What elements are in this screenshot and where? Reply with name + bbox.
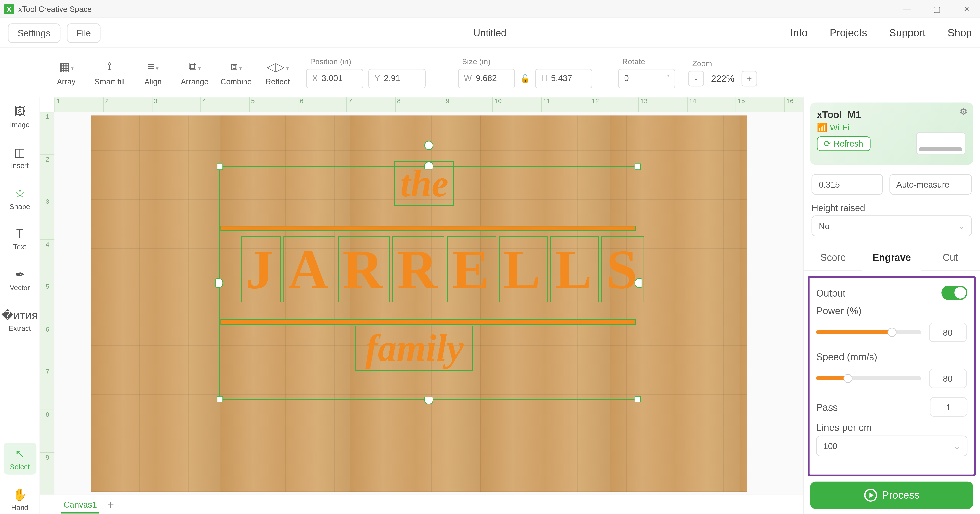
- resize-handle-se[interactable]: [635, 396, 641, 402]
- zoom-out-button[interactable]: -: [689, 70, 704, 86]
- extract-icon: �ития: [2, 308, 38, 322]
- array-icon: ▦: [59, 59, 74, 75]
- resize-handle-w[interactable]: [215, 278, 223, 287]
- ruler-horizontal: 12345678910111213141516: [54, 97, 803, 112]
- canvas[interactable]: the JARRELLS family: [54, 112, 803, 494]
- tool-reflect[interactable]: ◁▷ Reflect: [257, 59, 298, 86]
- insert-icon: ◫: [14, 145, 25, 160]
- power-value[interactable]: 80: [929, 322, 967, 342]
- pos-x-input[interactable]: X3.001: [306, 69, 363, 88]
- resize-handle-e[interactable]: [635, 278, 643, 287]
- rotate-block: Rotate 0°: [618, 57, 676, 88]
- tool-select[interactable]: ↖Select: [4, 443, 36, 474]
- resize-handle-s[interactable]: [424, 397, 433, 404]
- resize-handle-sw[interactable]: [216, 396, 223, 402]
- thickness-input[interactable]: 0.315: [812, 174, 883, 195]
- size-h-input[interactable]: H5.437: [535, 69, 592, 88]
- tool-array[interactable]: ▦ Array: [45, 59, 87, 86]
- maximize-icon[interactable]: [928, 4, 946, 13]
- tab-cut[interactable]: Cut: [921, 245, 980, 270]
- file-button[interactable]: File: [67, 23, 101, 42]
- output-label: Output: [816, 287, 845, 298]
- tool-align-label: Align: [145, 77, 162, 86]
- tool-array-label: Array: [57, 77, 75, 86]
- canvas-wrap: 12345678910111213141516 123456789 the JA…: [40, 97, 803, 514]
- zoom-value: 222%: [708, 73, 738, 83]
- pass-input[interactable]: 1: [930, 397, 967, 417]
- tool-reflect-label: Reflect: [266, 77, 290, 86]
- height-raised-select[interactable]: No: [812, 215, 972, 236]
- tool-image[interactable]: 🖼Image: [4, 101, 36, 132]
- tool-insert[interactable]: ◫Insert: [4, 141, 36, 173]
- device-settings-icon[interactable]: ⚙: [959, 106, 968, 117]
- nav-info[interactable]: Info: [791, 27, 808, 39]
- resize-handle-n[interactable]: [424, 161, 433, 169]
- power-label: Power (%): [816, 305, 967, 316]
- ruler-vertical: 123456789: [40, 112, 54, 494]
- device-name: xTool_M1: [817, 109, 967, 120]
- app-logo-icon: X: [4, 4, 14, 14]
- speed-slider[interactable]: [816, 377, 921, 380]
- play-icon: [864, 489, 877, 502]
- speed-value[interactable]: 80: [929, 369, 967, 388]
- tool-arrange-label: Arrange: [181, 77, 208, 86]
- wifi-icon: 📶: [817, 123, 827, 132]
- power-slider[interactable]: [816, 330, 921, 334]
- canvas-tab-1[interactable]: Canvas1: [61, 497, 99, 513]
- left-tool-rail: 🖼Image ◫Insert ☆Shape TText ✒Vector �ити…: [0, 97, 40, 514]
- tool-smartfill[interactable]: ⟟ Smart fill: [87, 59, 132, 86]
- nav-support[interactable]: Support: [889, 27, 925, 39]
- main-area: 🖼Image ◫Insert ☆Shape TText ✒Vector �ити…: [0, 97, 980, 514]
- combine-icon: ⧈: [231, 59, 242, 75]
- tool-hand[interactable]: ✋Hand: [4, 484, 36, 514]
- reflect-icon: ◁▷: [267, 59, 289, 75]
- mode-tabs: Score Engrave Cut: [804, 245, 980, 271]
- lines-label: Lines per cm: [816, 422, 967, 433]
- position-block: Position (in) X3.001 Y2.91: [306, 57, 426, 88]
- nav-projects[interactable]: Projects: [830, 27, 867, 39]
- close-icon[interactable]: [958, 4, 975, 13]
- output-toggle[interactable]: [941, 286, 967, 300]
- menubar: Settings File Untitled Info Projects Sup…: [0, 18, 980, 48]
- rotate-input[interactable]: 0°: [618, 69, 676, 88]
- settings-button[interactable]: Settings: [8, 23, 60, 42]
- resize-handle-nw[interactable]: [216, 163, 223, 170]
- tool-shape[interactable]: ☆Shape: [4, 182, 36, 214]
- zoom-label: Zoom: [689, 59, 757, 68]
- document-title: Untitled: [473, 27, 506, 38]
- tool-extract[interactable]: �итияExtract: [4, 305, 36, 336]
- app-title: xTool Creative Space: [18, 4, 92, 13]
- tool-vector[interactable]: ✒Vector: [4, 263, 36, 295]
- pos-y-input[interactable]: Y2.91: [369, 69, 426, 88]
- tool-align[interactable]: ≡ Align: [132, 59, 174, 86]
- text-icon: T: [16, 227, 23, 241]
- lock-aspect-icon[interactable]: 🔓: [520, 74, 530, 83]
- tool-text[interactable]: TText: [4, 223, 36, 254]
- nav-shop[interactable]: Shop: [948, 27, 972, 39]
- zoom-in-button[interactable]: +: [741, 70, 757, 86]
- speed-label: Speed (mm/s): [816, 351, 967, 362]
- refresh-icon: ⟳: [824, 139, 831, 149]
- tool-combine[interactable]: ⧈ Combine: [215, 59, 257, 86]
- lines-select[interactable]: 100: [816, 436, 967, 457]
- tool-arrange[interactable]: ⧉ Arrange: [174, 59, 215, 86]
- size-w-input[interactable]: W9.682: [458, 69, 515, 88]
- process-button[interactable]: Process: [810, 482, 973, 509]
- tab-score[interactable]: Score: [804, 245, 862, 270]
- minimize-icon[interactable]: [898, 4, 916, 13]
- size-block: Size (in) W9.682 🔓 H5.437: [458, 57, 592, 88]
- canvas-tabs: Canvas1 +: [54, 495, 803, 514]
- resize-handle-ne[interactable]: [635, 163, 641, 170]
- tab-engrave[interactable]: Engrave: [862, 245, 921, 271]
- right-panel: ⚙ xTool_M1 📶Wi-Fi ⟳Refresh 0.315 Auto-me…: [803, 97, 980, 514]
- automeasure-button[interactable]: Auto-measure: [889, 174, 972, 195]
- position-label: Position (in): [306, 57, 426, 66]
- top-nav: Info Projects Support Shop: [791, 27, 972, 39]
- add-canvas-button[interactable]: +: [107, 498, 114, 512]
- window-controls: [898, 4, 976, 13]
- selection-box[interactable]: [219, 166, 638, 400]
- device-card: ⚙ xTool_M1 📶Wi-Fi ⟳Refresh: [810, 102, 973, 165]
- rotate-handle-icon[interactable]: [424, 141, 433, 150]
- zoom-block: Zoom - 222% +: [689, 59, 757, 86]
- refresh-button[interactable]: ⟳Refresh: [817, 136, 870, 151]
